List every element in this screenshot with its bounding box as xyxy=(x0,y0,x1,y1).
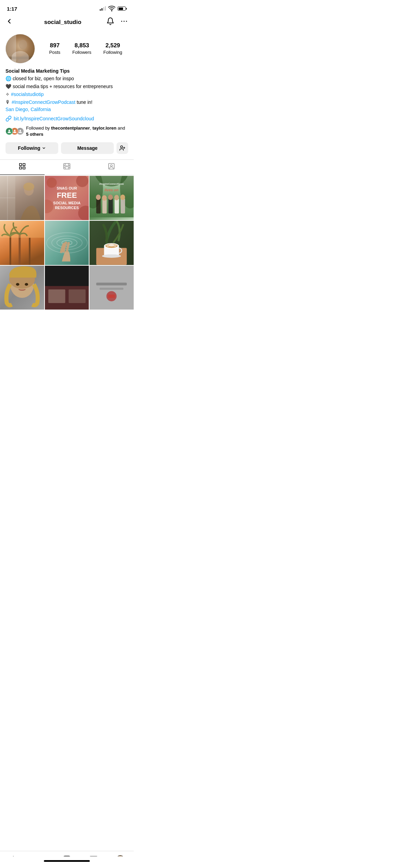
reels-icon xyxy=(63,162,71,172)
bio-section: Social Media Marketing Tips 🌐 closed for… xyxy=(0,68,134,112)
following-count: 2,529 xyxy=(104,42,122,49)
grid-item-8[interactable] xyxy=(45,266,89,310)
follower-avatars xyxy=(5,128,22,135)
profile-location[interactable]: San Diego, California xyxy=(5,107,128,112)
status-time: 1:17 xyxy=(7,6,17,12)
signal-icon xyxy=(100,7,106,11)
svg-point-27 xyxy=(23,183,34,191)
following-button[interactable]: Following xyxy=(5,142,58,154)
svg-rect-51 xyxy=(19,234,21,265)
posts-count: 897 xyxy=(49,42,60,49)
grid-item-3[interactable]: #InspireConnectGrow lives on xyxy=(89,176,134,220)
action-buttons: Following Message xyxy=(0,142,134,154)
profile-link[interactable]: bit.ly/InspireConnectGrowSoundcloud xyxy=(0,116,134,122)
avatar[interactable] xyxy=(5,34,35,63)
header-actions xyxy=(106,17,128,27)
status-bar: 1:17 xyxy=(0,0,134,15)
svg-rect-22 xyxy=(0,176,44,220)
add-person-icon xyxy=(119,145,125,151)
add-friend-button[interactable] xyxy=(117,142,128,154)
grid-item-4[interactable] xyxy=(0,221,44,265)
svg-rect-37 xyxy=(96,198,101,214)
notifications-icon[interactable] xyxy=(106,17,114,27)
svg-point-9 xyxy=(14,130,16,132)
bio-line-3: ✧ #socialstudiotip xyxy=(5,91,128,98)
svg-rect-16 xyxy=(20,167,22,169)
profile-section: 897 Posts 8,853 Followers 2,529 Followin… xyxy=(0,31,134,63)
wifi-icon xyxy=(108,4,116,13)
followed-by-text: Followed by thecontentplanner, taylor.lo… xyxy=(26,125,128,137)
grid-item-6[interactable] xyxy=(89,221,134,265)
bio-line-4: 🎙 #InspireConnectGrowPodcast tune in! xyxy=(5,99,128,106)
followers-label: Followers xyxy=(72,50,92,55)
photo-grid: SNAG OUR FREE SOCIAL MEDIA RESOURCES xyxy=(0,176,134,310)
content-tabs xyxy=(0,159,134,175)
stat-posts[interactable]: 897 Posts xyxy=(49,42,60,55)
svg-point-3 xyxy=(126,21,127,22)
svg-rect-75 xyxy=(48,289,65,303)
svg-point-0 xyxy=(111,10,112,11)
svg-rect-53 xyxy=(0,221,44,238)
svg-point-42 xyxy=(108,195,113,200)
svg-point-44 xyxy=(114,195,119,201)
svg-rect-23 xyxy=(0,176,15,220)
profile-link-text[interactable]: bit.ly/InspireConnectGrowSoundcloud xyxy=(14,116,94,121)
tab-tagged[interactable] xyxy=(89,160,134,175)
avatar-image xyxy=(6,34,35,63)
grid-item-5[interactable] xyxy=(45,221,89,265)
profile-top: 897 Posts 8,853 Followers 2,529 Followin… xyxy=(5,34,128,63)
promo-line3: SOCIAL MEDIA xyxy=(53,201,81,205)
svg-point-26 xyxy=(24,185,34,196)
more-options-icon[interactable] xyxy=(120,17,128,27)
grid-item-2[interactable]: SNAG OUR FREE SOCIAL MEDIA RESOURCES xyxy=(45,176,89,220)
svg-point-2 xyxy=(123,21,124,22)
svg-rect-39 xyxy=(102,199,107,214)
grid-item-9[interactable] xyxy=(89,266,134,310)
stats-row: 897 Posts 8,853 Followers 2,529 Followin… xyxy=(43,42,128,55)
svg-text:#InspireConnectGrow: #InspireConnectGrow xyxy=(99,183,124,185)
svg-rect-81 xyxy=(108,294,115,298)
svg-rect-7 xyxy=(6,57,35,59)
svg-point-1 xyxy=(121,21,122,22)
bio-line-1: 🌐 closed for biz, open for inspo xyxy=(5,75,128,82)
following-label: Following xyxy=(104,50,122,55)
svg-point-64 xyxy=(102,254,121,258)
svg-rect-79 xyxy=(100,288,123,290)
tab-grid[interactable] xyxy=(0,160,45,175)
link-icon xyxy=(5,116,12,122)
followers-count: 8,853 xyxy=(72,42,92,49)
promo-line2: FREE xyxy=(53,191,81,201)
posts-label: Posts xyxy=(49,50,60,55)
stat-followers[interactable]: 8,853 Followers xyxy=(72,42,92,55)
svg-point-70 xyxy=(16,283,20,286)
svg-point-6 xyxy=(19,40,27,49)
hashtag-2[interactable]: #InspireConnectGrowPodcast xyxy=(12,99,75,105)
bio-line-2: 🖤 social media tips + resources for entr… xyxy=(5,83,128,90)
svg-rect-43 xyxy=(115,199,119,214)
back-button[interactable] xyxy=(5,17,19,27)
svg-rect-15 xyxy=(23,164,25,166)
followed-by-section: Followed by thecontentplanner, taylor.lo… xyxy=(0,125,134,137)
grid-item-7[interactable] xyxy=(0,266,44,310)
svg-point-8 xyxy=(9,130,10,132)
message-button[interactable]: Message xyxy=(61,142,114,154)
svg-rect-50 xyxy=(10,236,11,265)
grid-item-1[interactable] xyxy=(0,176,44,220)
status-icons xyxy=(100,4,127,13)
stat-following[interactable]: 2,529 Following xyxy=(104,42,122,55)
hashtag-1[interactable]: #socialstudiotip xyxy=(11,92,44,97)
svg-rect-18 xyxy=(64,164,70,169)
svg-rect-76 xyxy=(69,289,85,303)
tab-reels[interactable] xyxy=(45,160,89,175)
grid-icon xyxy=(19,162,26,172)
svg-point-11 xyxy=(121,146,123,148)
svg-point-19 xyxy=(66,166,68,167)
svg-rect-41 xyxy=(109,198,113,214)
svg-rect-52 xyxy=(29,238,31,265)
svg-point-46 xyxy=(120,195,125,200)
svg-rect-78 xyxy=(96,282,127,285)
svg-point-66 xyxy=(109,244,114,246)
promo-text: SNAG OUR FREE SOCIAL MEDIA RESOURCES xyxy=(50,183,83,213)
svg-point-10 xyxy=(20,130,21,132)
chevron-down-icon xyxy=(42,146,46,150)
